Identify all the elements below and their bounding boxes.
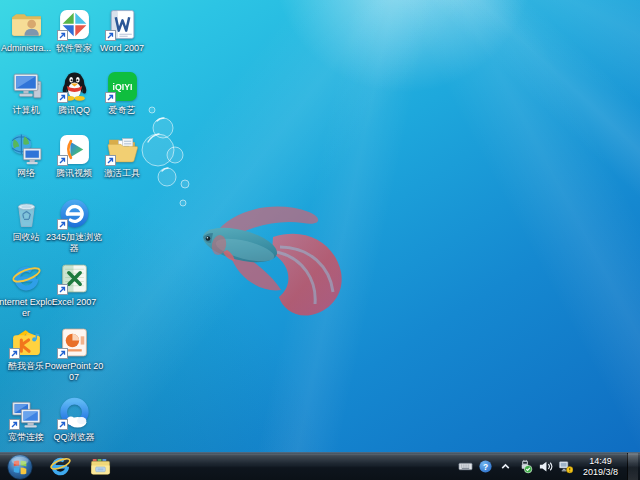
desktop[interactable]: Administra...软件管家Word 2007计算机腾讯QQiQIYI爱奇… [0,0,640,480]
clock-date: 2019/3/8 [583,467,618,478]
taskbar: ? 14:49 2019/3/8 [0,452,640,480]
shortcut-arrow-icon [9,348,20,359]
shortcut-arrow-icon [9,419,20,430]
desktop-icon-activation-tool[interactable]: 激活工具 [92,133,152,179]
shortcut-arrow-icon [57,155,68,166]
ie-task-icon [49,455,72,478]
desktop-icon-label: 激活工具 [92,168,152,179]
desktop-icon-label: Word 2007 [92,43,152,54]
tray-help-icon[interactable]: ? [477,458,494,475]
desktop-icon-label: Excel 2007 [44,297,104,308]
iqiyi-icon: iQIYI [106,70,139,103]
tray-network-status-icon[interactable] [557,458,574,475]
desktop-icon-label: QQ浏览器 [44,432,104,443]
recycle-bin-icon [10,197,43,230]
shortcut-arrow-icon [105,155,116,166]
light-ray [190,0,447,480]
shortcut-arrow-icon [57,284,68,295]
desktop-icon-qq-browser[interactable]: QQ浏览器 [44,397,104,443]
light-ray [374,0,640,480]
tencent-video-icon [58,133,91,166]
show-desktop-button[interactable] [627,453,638,480]
tray-show-hidden-icons-icon[interactable] [497,458,514,475]
desktop-icon-label: 爱奇艺 [92,105,152,116]
desktop-icon-excel-2007[interactable]: Excel 2007 [44,262,104,308]
ie-icon [10,262,43,295]
broadband-icon [10,397,43,430]
shortcut-arrow-icon [105,30,116,41]
light-ray [379,0,640,480]
windows-explorer-taskbar-button[interactable] [82,453,118,480]
browser-2345-icon [58,197,91,230]
powerpoint-icon [58,326,91,359]
shortcut-arrow-icon [57,419,68,430]
desktop-icon-word-2007[interactable]: Word 2007 [92,8,152,54]
start-button[interactable] [4,453,36,480]
folder-tool-icon [106,133,139,166]
shortcut-arrow-icon [105,92,116,103]
bubbles-art [140,100,220,215]
tray-safely-remove-hardware-icon[interactable] [517,458,534,475]
excel-icon [58,262,91,295]
taskbar-clock[interactable]: 14:49 2019/3/8 [577,456,624,478]
windows-logo-icon [7,454,33,480]
desktop-icon-label: PowerPoint 2007 [44,361,104,383]
light-ray [403,0,640,378]
user-folder-icon [10,8,43,41]
shortcut-arrow-icon [57,30,68,41]
desktop-icon-label: 2345加速浏览器 [44,232,104,254]
betta-fish-art [185,192,350,327]
qq-browser-icon [58,397,91,430]
computer-icon [10,70,43,103]
kuwo-icon [10,326,43,359]
shortcut-arrow-icon [57,348,68,359]
desktop-icon-iqiyi[interactable]: iQIYI爱奇艺 [92,70,152,116]
explorer-icon [89,455,112,478]
clock-time: 14:49 [583,456,618,467]
tray-input-indicator-icon[interactable] [457,458,474,475]
internet-explorer-taskbar-button[interactable] [42,453,78,480]
shortcut-arrow-icon [57,219,68,230]
svg-text:iQIYI: iQIYI [112,82,132,92]
desktop-icon-2345-browser[interactable]: 2345加速浏览器 [44,197,104,254]
svg-text:?: ? [483,462,488,472]
software-manager-icon [58,8,91,41]
tray-volume-icon[interactable] [537,458,554,475]
qq-icon [58,70,91,103]
desktop-icon-powerpoint-2007[interactable]: PowerPoint 2007 [44,326,104,383]
shortcut-arrow-icon [57,92,68,103]
word-icon [106,8,139,41]
network-icon [10,133,43,166]
